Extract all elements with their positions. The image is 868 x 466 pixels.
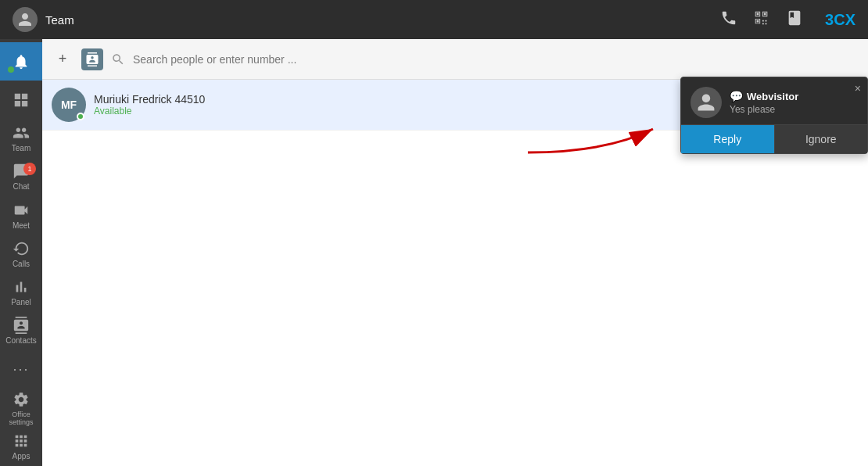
sidebar-item-panel[interactable]: Panel xyxy=(0,274,42,312)
chat-badge: 1 xyxy=(23,163,36,175)
search-icon xyxy=(111,52,125,66)
sidebar-item-more[interactable]: ··· xyxy=(0,350,42,389)
brand-label: 3CX xyxy=(825,11,855,29)
ignore-button[interactable]: Ignore xyxy=(774,125,868,153)
sidebar: Team Chat 1 Meet Calls Panel Contacts xyxy=(0,39,42,466)
notification-close-button[interactable]: × xyxy=(855,82,861,95)
sidebar-item-meet[interactable]: Meet xyxy=(0,196,42,235)
sidebar-item-notifications[interactable] xyxy=(0,42,42,81)
sidebar-item-team-label: Team xyxy=(12,144,30,152)
content-area: + MF Muriuki Fredrick 44510 Available xyxy=(42,39,868,466)
sidebar-item-calls-label: Calls xyxy=(13,260,30,268)
sidebar-item-team[interactable]: Team xyxy=(0,120,42,158)
reply-button[interactable]: Reply xyxy=(681,125,774,153)
sidebar-item-chat-label: Chat xyxy=(13,182,29,191)
sidebar-item-apps[interactable]: Apps xyxy=(0,428,42,466)
sidebar-item-calls[interactable]: Calls xyxy=(0,235,42,273)
sidebar-item-panel-label: Panel xyxy=(11,298,31,306)
notification-message: Yes please xyxy=(730,104,858,115)
sidebar-item-windows[interactable] xyxy=(0,81,42,119)
sidebar-item-office-settings-label: Office settings xyxy=(0,410,42,426)
sidebar-item-contacts[interactable]: Contacts xyxy=(0,312,42,350)
online-dot xyxy=(77,113,84,120)
contact-book-button[interactable] xyxy=(81,48,103,70)
phone-icon[interactable] xyxy=(720,9,737,30)
searchbar: + xyxy=(42,39,868,80)
topbar-title: Team xyxy=(45,13,720,27)
notification-header: 💬 Webvisitor Yes please xyxy=(681,77,867,124)
sidebar-item-chat[interactable]: Chat 1 xyxy=(0,158,42,196)
notification-buttons: Reply Ignore xyxy=(681,124,867,153)
sidebar-item-apps-label: Apps xyxy=(13,452,30,461)
book-icon[interactable] xyxy=(786,9,803,30)
sidebar-item-contacts-label: Contacts xyxy=(5,336,36,345)
content-inner: + MF Muriuki Fredrick 44510 Available xyxy=(42,39,868,466)
status-dot xyxy=(8,66,14,73)
notification-info: 💬 Webvisitor Yes please xyxy=(730,90,858,115)
notification-popup: × 💬 Webvisitor Yes please Reply xyxy=(680,77,868,154)
qr-icon[interactable] xyxy=(753,9,770,30)
add-button[interactable]: + xyxy=(52,48,74,70)
user-avatar[interactable] xyxy=(13,7,38,32)
topbar-icons: 3CX xyxy=(720,9,855,30)
notification-sender: 💬 Webvisitor xyxy=(730,90,858,102)
sidebar-item-office-settings[interactable]: Office settings xyxy=(0,389,42,427)
contact-avatar: MF xyxy=(52,88,86,122)
notification-avatar xyxy=(690,87,722,118)
main-layout: Team Chat 1 Meet Calls Panel Contacts xyxy=(0,39,868,466)
search-input[interactable] xyxy=(133,53,859,66)
sidebar-item-meet-label: Meet xyxy=(13,221,30,230)
topbar: Team 3CX xyxy=(0,0,868,39)
